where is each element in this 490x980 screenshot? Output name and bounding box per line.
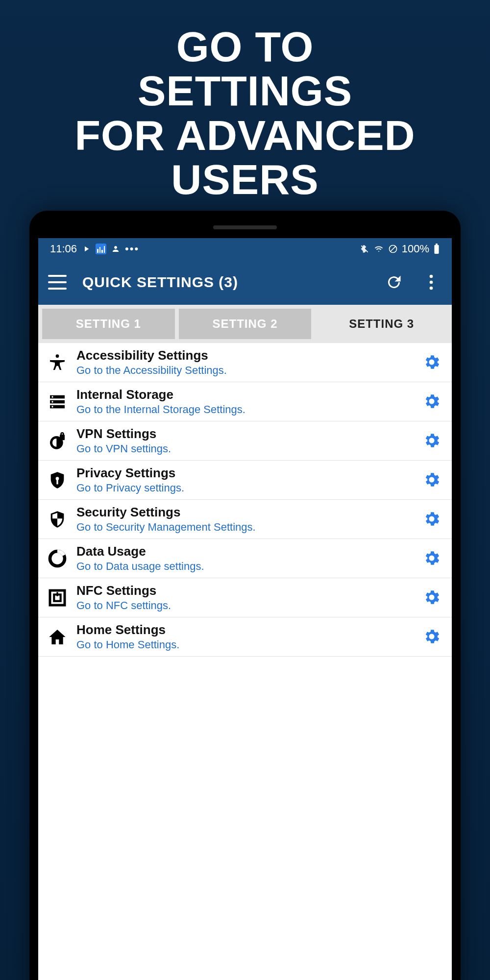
- status-time: 11:06: [50, 243, 77, 255]
- promo-line-3: FOR ADVANCED USERS: [0, 113, 490, 202]
- svg-point-16: [56, 477, 59, 480]
- svg-point-10: [51, 396, 53, 397]
- item-subtitle: Go to VPN settings.: [76, 442, 415, 455]
- gear-icon[interactable]: [422, 627, 442, 647]
- item-title: Home Settings: [76, 622, 415, 637]
- chart-icon: [96, 244, 106, 254]
- menu-button[interactable]: [48, 275, 67, 290]
- item-title: Privacy Settings: [76, 466, 415, 481]
- more-dots-icon: •••: [125, 243, 139, 255]
- tab-bar: SETTING 1 SETTING 2 SETTING 3: [38, 305, 452, 343]
- item-title: Internal Storage: [76, 387, 415, 402]
- app-title: QUICK SETTINGS (3): [82, 274, 368, 291]
- accessibility-icon: [46, 351, 69, 374]
- svg-point-4: [430, 281, 433, 284]
- item-subtitle: Go to Data usage settings.: [76, 560, 415, 573]
- list-item-data-usage[interactable]: Data Usage Go to Data usage settings.: [38, 539, 452, 578]
- device-frame: 11:06 ••• 100%: [29, 211, 461, 980]
- battery-percent: 100%: [402, 243, 429, 255]
- storage-icon: [46, 391, 69, 413]
- item-title: Accessibility Settings: [76, 348, 415, 363]
- gear-icon[interactable]: [422, 353, 442, 372]
- svg-rect-15: [61, 433, 64, 435]
- home-icon: [46, 626, 69, 648]
- data-usage-icon: [46, 547, 69, 570]
- vpn-icon: [46, 430, 69, 452]
- status-right: 100%: [360, 243, 440, 255]
- privacy-icon: [46, 469, 69, 491]
- gear-icon[interactable]: [422, 588, 442, 608]
- svg-point-3: [430, 275, 433, 278]
- status-left: 11:06 •••: [50, 243, 139, 255]
- item-subtitle: Go to Security Management Settings.: [76, 521, 415, 534]
- svg-rect-1: [434, 245, 439, 254]
- item-title: Security Settings: [76, 505, 415, 520]
- list-item-nfc[interactable]: NFC Settings Go to NFC settings.: [38, 578, 452, 617]
- svg-rect-21: [56, 592, 58, 596]
- svg-point-6: [56, 354, 59, 358]
- item-title: VPN Settings: [76, 426, 415, 441]
- promo-headline: GO TO SETTINGS FOR ADVANCED USERS: [0, 0, 490, 201]
- list-item-security[interactable]: Security Settings Go to Security Managem…: [38, 500, 452, 539]
- promo-line-2: SETTINGS: [0, 69, 490, 113]
- no-sim-icon: [388, 244, 398, 254]
- person-icon: [111, 244, 120, 254]
- overflow-menu-button[interactable]: [420, 271, 442, 293]
- device-speaker: [213, 225, 277, 229]
- gear-icon[interactable]: [422, 549, 442, 568]
- play-store-icon: [82, 245, 91, 253]
- gear-icon[interactable]: [422, 470, 442, 490]
- svg-rect-2: [436, 244, 438, 245]
- item-title: NFC Settings: [76, 583, 415, 598]
- svg-point-12: [51, 406, 53, 407]
- svg-rect-17: [56, 480, 58, 484]
- list-item-accessibility[interactable]: Accessibility Settings Go to the Accessi…: [38, 343, 452, 382]
- svg-point-11: [51, 401, 53, 402]
- item-subtitle: Go to Home Settings.: [76, 638, 415, 651]
- item-subtitle: Go to the Internal Storage Settings.: [76, 403, 415, 416]
- item-title: Data Usage: [76, 544, 415, 559]
- promo-line-1: GO TO: [0, 24, 490, 69]
- tab-setting-2[interactable]: SETTING 2: [179, 309, 312, 339]
- tab-setting-3[interactable]: SETTING 3: [315, 309, 448, 339]
- mute-icon: [360, 244, 369, 254]
- list-item-storage[interactable]: Internal Storage Go to the Internal Stor…: [38, 382, 452, 421]
- gear-icon[interactable]: [422, 510, 442, 529]
- battery-icon: [433, 244, 440, 254]
- status-bar: 11:06 ••• 100%: [38, 238, 452, 260]
- settings-list: Accessibility Settings Go to the Accessi…: [38, 343, 452, 657]
- item-subtitle: Go to NFC settings.: [76, 599, 415, 612]
- wifi-icon: [373, 245, 384, 253]
- refresh-button[interactable]: [383, 271, 405, 293]
- item-subtitle: Go to Privacy settings.: [76, 482, 415, 494]
- device-screen: 11:06 ••• 100%: [38, 238, 452, 980]
- gear-icon[interactable]: [422, 392, 442, 412]
- svg-point-5: [430, 287, 433, 290]
- nfc-icon: [46, 587, 69, 609]
- list-item-privacy[interactable]: Privacy Settings Go to Privacy settings.: [38, 461, 452, 500]
- app-bar: QUICK SETTINGS (3): [38, 260, 452, 305]
- tab-setting-1[interactable]: SETTING 1: [42, 309, 175, 339]
- list-item-vpn[interactable]: VPN Settings Go to VPN settings.: [38, 421, 452, 461]
- item-subtitle: Go to the Accessibility Settings.: [76, 364, 415, 377]
- security-icon: [46, 508, 69, 531]
- list-item-home[interactable]: Home Settings Go to Home Settings.: [38, 617, 452, 657]
- gear-icon[interactable]: [422, 431, 442, 451]
